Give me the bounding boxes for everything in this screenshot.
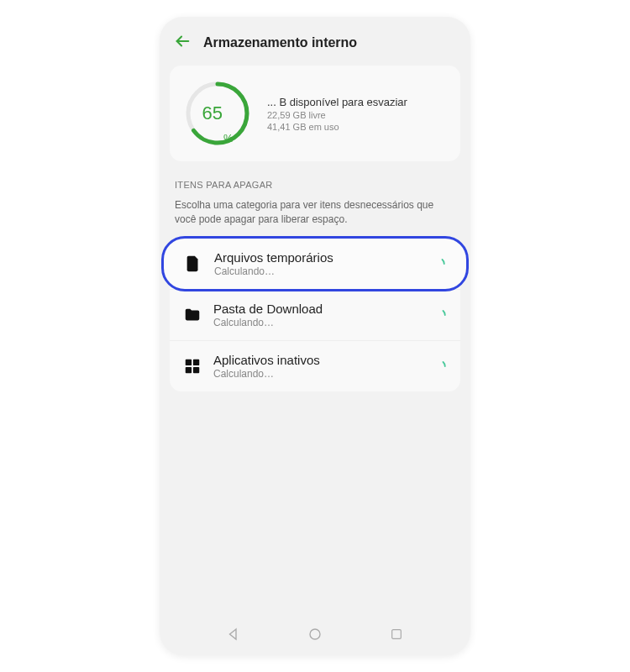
svg-rect-5 (186, 367, 192, 373)
storage-donut-chart: 65 % (183, 79, 252, 148)
svg-rect-3 (186, 359, 192, 365)
section-description: Escolha uma categoria para ver itens des… (170, 198, 460, 239)
item-temp-files[interactable]: Arquivos temporários Calculando… (161, 236, 469, 291)
item-subtitle: Calculando… (213, 368, 420, 380)
item-subtitle: Calculando… (213, 317, 420, 328)
storage-free-text: 22,59 GB livre (267, 110, 407, 120)
item-title: Pasta de Download (213, 302, 420, 316)
nav-home-icon[interactable] (307, 626, 323, 643)
items-list: Arquivos temporários Calculando… Pasta d… (170, 236, 460, 391)
svg-rect-8 (391, 630, 401, 639)
svg-rect-4 (193, 359, 199, 365)
file-icon (184, 255, 202, 273)
storage-percent-symbol: % (223, 132, 234, 144)
storage-info: ... B disponível para esvaziar 22,59 GB … (267, 96, 407, 132)
folder-icon (183, 306, 202, 324)
item-title: Arquivos temporários (214, 250, 419, 265)
loading-spinner-icon (432, 307, 447, 323)
item-title: Aplicativos inativos (213, 353, 420, 367)
system-nav-bar (160, 613, 470, 655)
storage-used-text: 41,41 GB em uso (267, 122, 407, 132)
page-title: Armazenamento interno (203, 35, 357, 50)
item-downloads[interactable]: Pasta de Download Calculando… (170, 289, 460, 340)
nav-back-icon[interactable] (225, 626, 242, 643)
svg-rect-6 (193, 367, 199, 373)
item-inactive-apps[interactable]: Aplicativos inativos Calculando… (170, 340, 460, 391)
storage-summary-card: 65 % ... B disponível para esvaziar 22,5… (170, 66, 460, 161)
storage-available-text: ... B disponível para esvaziar (267, 96, 407, 108)
phone-frame: Armazenamento interno 65 % ... B disponí… (160, 17, 470, 655)
nav-recent-icon[interactable] (388, 626, 405, 643)
section-header: ITENS PARA APAGAR (170, 161, 460, 198)
loading-spinner-icon (431, 256, 446, 271)
app-bar: Armazenamento interno (160, 17, 470, 66)
back-arrow-icon[interactable] (173, 32, 192, 54)
svg-point-7 (310, 629, 320, 639)
apps-grid-icon (183, 357, 202, 375)
content-area: 65 % ... B disponível para esvaziar 22,5… (160, 66, 470, 613)
item-subtitle: Calculando… (214, 265, 419, 277)
loading-spinner-icon (432, 359, 447, 374)
storage-percent-value: 65 (202, 102, 222, 124)
